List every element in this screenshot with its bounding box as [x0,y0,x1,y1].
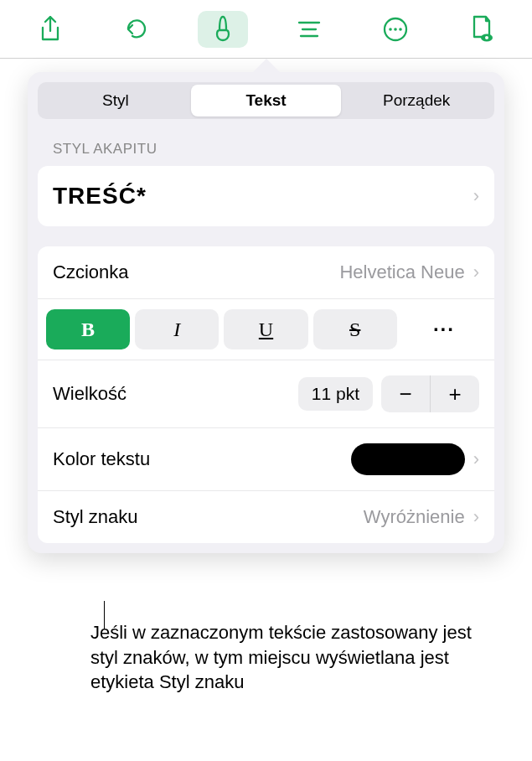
font-row[interactable]: Czcionka Helvetica Neue › [38,246,494,299]
more-icon [383,17,408,42]
font-label: Czcionka [53,261,339,283]
format-buttons-row: B I U S ··· [38,299,494,360]
size-stepper: − + [381,375,479,412]
tab-style[interactable]: Styl [40,85,191,116]
annotation-callout: Jeśli w zaznaczonym tekście zastosowany … [90,620,498,695]
svg-point-2 [394,28,397,31]
text-color-row[interactable]: Kolor tekstu › [38,428,494,491]
tab-arrange[interactable]: Porządek [341,85,492,116]
undo-button[interactable] [111,11,162,48]
undo-icon [124,17,149,42]
svg-point-5 [485,36,488,39]
character-style-value: Wyróżnienie [364,506,465,528]
strikethrough-button[interactable]: S [313,309,397,349]
size-decrease-button[interactable]: − [381,375,430,412]
chevron-right-icon: › [473,185,479,207]
font-value: Helvetica Neue [339,261,464,283]
paragraph-style-header: STYL AKAPITU [38,136,494,166]
top-toolbar [0,0,532,59]
format-brush-button[interactable] [198,11,248,48]
size-value[interactable]: 11 pkt [298,377,373,411]
tab-segmented-control: Styl Tekst Porządek [38,82,494,119]
text-color-label: Kolor tekstu [53,448,351,470]
format-popover: Styl Tekst Porządek STYL AKAPITU TREŚĆ* … [28,72,504,553]
size-row: Wielkość 11 pkt − + [38,360,494,428]
share-icon [39,16,61,43]
paragraph-style-name: TREŚĆ* [53,183,147,210]
tab-text[interactable]: Tekst [191,85,342,116]
callout-text: Jeśli w zaznaczonym tekście zastosowany … [90,620,498,695]
character-style-row[interactable]: Styl znaku Wyróżnienie › [38,491,494,543]
paragraph-style-card: TREŚĆ* › [38,166,494,226]
svg-point-3 [399,28,402,31]
chevron-right-icon: › [473,261,479,283]
text-color-swatch[interactable] [351,443,465,475]
popover-arrow [251,59,281,74]
list-icon [296,19,323,39]
outline-button[interactable] [284,11,334,48]
callout-leader-line [104,601,105,629]
share-button[interactable] [25,11,75,48]
character-style-label: Styl znaku [53,506,364,528]
italic-button[interactable]: I [135,309,219,349]
paragraph-style-row[interactable]: TREŚĆ* › [38,166,494,226]
more-format-button[interactable]: ··· [402,309,486,349]
underline-button[interactable]: U [224,309,307,349]
size-increase-button[interactable]: + [431,375,479,412]
more-button[interactable] [370,11,421,48]
chevron-right-icon: › [473,506,479,528]
text-options-card: Czcionka Helvetica Neue › B I U S ··· Wi… [38,246,494,543]
document-eye-icon [469,15,494,44]
chevron-right-icon: › [473,448,479,470]
brush-icon [211,15,235,44]
size-label: Wielkość [53,383,298,405]
svg-point-1 [389,28,392,31]
bold-button[interactable]: B [46,309,130,349]
collaboration-button[interactable] [457,11,507,48]
